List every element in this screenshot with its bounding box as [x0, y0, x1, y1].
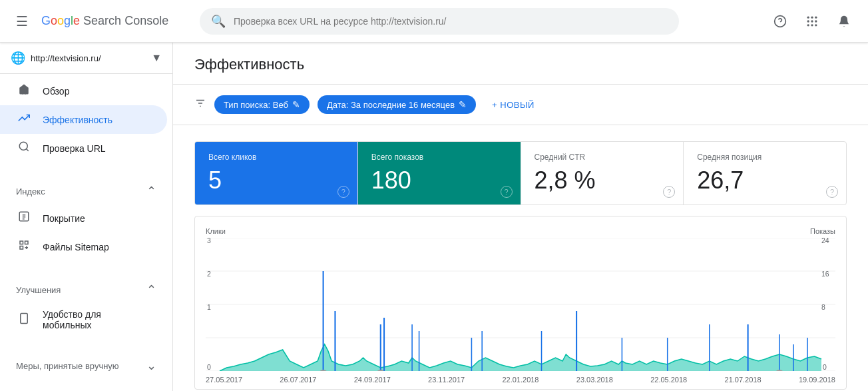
page-title: Эффективность	[194, 56, 847, 73]
sidebar-item-sitemaps[interactable]: Файлы Sitemap	[0, 232, 167, 261]
property-url: http://textvision.ru/	[31, 53, 146, 63]
search-type-label: Тип поиска: Веб	[224, 100, 288, 110]
svg-point-11	[19, 142, 27, 150]
date-edit-icon: ✎	[459, 99, 467, 110]
date-label: Дата: За последние 16 месяцев	[327, 100, 455, 110]
svg-line-12	[26, 149, 28, 151]
performance-icon	[16, 112, 32, 127]
sidebar-item-label: Эффективность	[43, 115, 112, 125]
index-section-header: Индекс ⌃	[0, 176, 172, 201]
metric-clicks-help[interactable]: ?	[337, 186, 349, 198]
add-filter-button[interactable]: + НОВЫЙ	[484, 96, 542, 114]
metric-position-value: 26,7	[697, 167, 833, 194]
filters-bar: Тип поиска: Веб ✎ Дата: За последние 16 …	[173, 85, 868, 125]
chart-container: Клики Показы 3 2 1 0 24 16 8 0	[194, 216, 847, 390]
svg-marker-32	[220, 344, 821, 371]
sidebar-item-label: Удобство для мобильных	[43, 309, 151, 330]
index-nav: Покрытие Файлы Sitemap	[0, 201, 172, 264]
x-label-1: 26.07.2017	[280, 376, 316, 384]
layout: 🌐 http://textvision.ru/ ▼ Обзор Эффектив…	[0, 43, 868, 391]
globe-icon: 🌐	[11, 51, 25, 65]
svg-point-9	[811, 24, 813, 26]
svg-text:24: 24	[821, 238, 829, 244]
metric-position-label: Средняя позиция	[697, 153, 833, 162]
metric-position[interactable]: Средняя позиция 26,7 ?	[684, 142, 846, 204]
svg-point-7	[815, 20, 817, 22]
manual-actions-collapse-icon[interactable]: ⌄	[146, 358, 156, 373]
search-type-filter[interactable]: Тип поиска: Веб ✎	[214, 95, 310, 114]
metric-impressions-help[interactable]: ?	[501, 186, 513, 198]
svg-text:1: 1	[207, 304, 211, 311]
svg-text:0: 0	[823, 364, 827, 371]
svg-point-2	[807, 16, 809, 18]
mobile-icon	[16, 312, 32, 328]
metric-clicks[interactable]: Всего кликов 5 ?	[195, 142, 358, 204]
x-label-5: 23.03.2018	[576, 376, 613, 384]
sidebar-item-label: Проверка URL	[43, 143, 106, 154]
metric-ctr[interactable]: Средний CTR 2,8 % ?	[521, 142, 684, 204]
filter-icon[interactable]	[194, 97, 206, 113]
top-header: ☰ Google Search Console 🔍	[0, 0, 868, 43]
metric-impressions[interactable]: Всего показов 180 ?	[358, 142, 521, 204]
index-section-label: Индекс	[16, 187, 45, 196]
x-label-6: 22.05.2018	[650, 376, 687, 384]
apps-button[interactable]	[799, 8, 825, 35]
sidebar-item-label: Обзор	[43, 86, 69, 97]
metric-position-help[interactable]: ?	[826, 186, 838, 198]
chart-svg: 3 2 1 0 24 16 8 0	[206, 238, 835, 371]
x-label-4: 22.01.2018	[502, 376, 539, 384]
help-button[interactable]	[767, 8, 793, 35]
improvements-section-header: Улучшения ⌃	[0, 274, 172, 300]
sidebar-item-coverage[interactable]: Покрытие	[0, 204, 167, 232]
metric-impressions-value: 180	[371, 167, 507, 194]
chart-axis-labels: Клики Показы	[206, 227, 835, 235]
svg-point-6	[811, 20, 813, 22]
x-label-7: 21.07.2018	[725, 376, 761, 384]
header-right	[767, 8, 857, 35]
svg-point-10	[815, 24, 817, 26]
sidebar-item-performance[interactable]: Эффективность	[0, 105, 167, 134]
manual-actions-label: Меры, принятые вручную	[16, 361, 119, 371]
x-label-8: 19.09.2018	[799, 376, 835, 384]
links-nav: Ссылки	[0, 386, 172, 391]
metric-clicks-value: 5	[208, 167, 344, 194]
home-icon	[16, 83, 32, 99]
metric-ctr-help[interactable]: ?	[663, 186, 675, 198]
metric-ctr-label: Средний CTR	[535, 153, 670, 162]
svg-text:16: 16	[821, 270, 829, 278]
improvements-collapse-icon[interactable]: ⌃	[146, 282, 156, 297]
x-label-2: 24.09.2017	[354, 376, 391, 384]
sidebar-item-url-inspection[interactable]: Проверка URL	[0, 134, 167, 163]
sidebar: 🌐 http://textvision.ru/ ▼ Обзор Эффектив…	[0, 43, 173, 391]
search-input[interactable]	[234, 16, 668, 27]
svg-text:2: 2	[207, 270, 211, 278]
sidebar-item-label: Файлы Sitemap	[43, 242, 109, 252]
search-icon	[16, 141, 32, 156]
sidebar-item-mobile[interactable]: Удобство для мобильных	[0, 302, 167, 337]
main-nav: Обзор Эффективность Проверка URL	[0, 74, 172, 165]
search-bar: 🔍	[200, 8, 679, 35]
page-header: Эффективность	[173, 43, 868, 85]
search-icon: 🔍	[211, 14, 226, 29]
svg-point-3	[811, 16, 813, 18]
metrics-row: Всего кликов 5 ? Всего показов 180 ? Сре…	[194, 141, 847, 205]
improvements-section-label: Улучшения	[16, 285, 61, 295]
svg-point-8	[807, 24, 809, 26]
property-selector[interactable]: 🌐 http://textvision.ru/ ▼	[0, 43, 172, 74]
notifications-button[interactable]	[831, 8, 857, 35]
date-filter[interactable]: Дата: За последние 16 месяцев ✎	[318, 95, 476, 114]
search-type-edit-icon: ✎	[292, 99, 300, 110]
coverage-icon	[16, 210, 32, 226]
menu-icon[interactable]: ☰	[11, 8, 33, 35]
sitemap-icon	[16, 239, 32, 254]
manual-actions-section-header: Меры, принятые вручную ⌄	[0, 350, 172, 376]
metric-ctr-value: 2,8 %	[535, 167, 670, 194]
add-filter-label: + НОВЫЙ	[492, 100, 535, 110]
sidebar-item-overview[interactable]: Обзор	[0, 77, 167, 105]
header-left: ☰ Google Search Console	[11, 8, 184, 35]
svg-point-5	[807, 20, 809, 22]
svg-text:0: 0	[207, 364, 211, 371]
index-collapse-icon[interactable]: ⌃	[146, 184, 156, 198]
x-label-3: 23.11.2017	[428, 376, 465, 384]
app-title: Google Search Console	[41, 14, 168, 28]
